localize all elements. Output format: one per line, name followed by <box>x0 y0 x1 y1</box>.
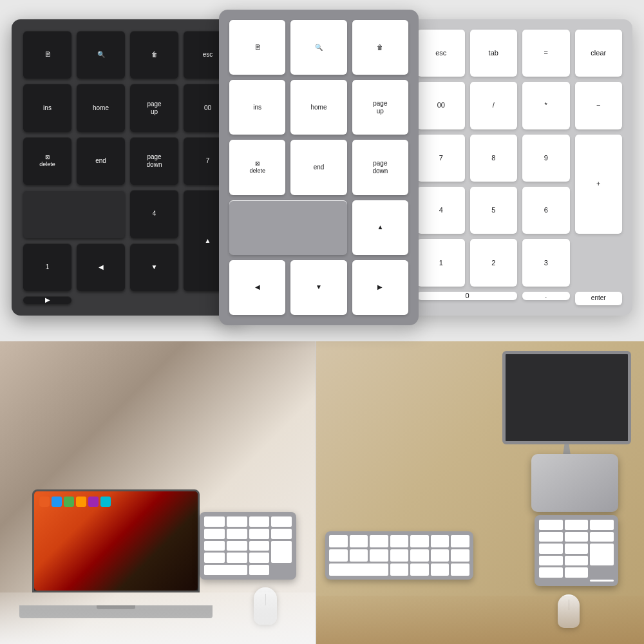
key-white-equals[interactable]: = <box>522 30 570 77</box>
key-white-plus[interactable]: + <box>575 135 623 234</box>
key-white-1[interactable]: 1 <box>417 239 465 286</box>
key-silver-search[interactable]: 🔍 <box>290 20 346 75</box>
keyboard-silver: 🖹 🔍 🗑 ins home pageup ⊠delete end pagedo… <box>219 10 419 325</box>
key-dark-trash[interactable]: 🗑 <box>130 31 178 79</box>
key-white-decimal[interactable]: . <box>522 292 570 300</box>
key-white-esc[interactable]: esc <box>417 30 465 77</box>
photo-imac-desk <box>316 341 644 644</box>
key-silver-empty[interactable] <box>229 200 347 255</box>
apple-keyboard-photo <box>325 531 473 580</box>
key-silver-end[interactable]: end <box>290 140 346 194</box>
key-white-2[interactable]: 2 <box>470 239 518 286</box>
key-silver-doc[interactable]: 🖹 <box>229 20 285 75</box>
key-silver-down[interactable]: ▼ <box>290 260 346 315</box>
product-display-section: 🖹 🔍 🗑 esc ins home pageup 00 ⊠delete end… <box>0 0 644 341</box>
key-white-9[interactable]: 9 <box>522 135 570 182</box>
keyboard-dark: 🖹 🔍 🗑 esc ins home pageup 00 ⊠delete end… <box>12 19 243 316</box>
key-dark-delete[interactable]: ⊠delete <box>23 137 71 185</box>
key-silver-ins[interactable]: ins <box>229 80 285 135</box>
photo-macbook-desk <box>0 341 316 644</box>
vertical-divider <box>316 341 316 644</box>
key-dark-left[interactable]: ◀ <box>77 243 125 291</box>
key-white-clear[interactable]: clear <box>575 30 623 77</box>
desk-surface-left <box>0 592 316 644</box>
mini-keyboard-photo-right <box>535 515 618 586</box>
key-dark-home[interactable]: home <box>77 84 125 131</box>
key-dark-empty1[interactable] <box>23 190 125 238</box>
key-white-multiply[interactable]: * <box>522 82 570 129</box>
key-white-tab[interactable]: tab <box>470 30 518 77</box>
key-white-3[interactable]: 3 <box>522 239 570 286</box>
key-dark-end[interactable]: end <box>77 137 125 185</box>
photo-section <box>0 341 644 644</box>
key-white-divide[interactable]: / <box>470 82 518 129</box>
key-silver-left[interactable]: ◀ <box>229 260 285 315</box>
key-white-4[interactable]: 4 <box>417 187 465 234</box>
mini-keyboard-photo-left <box>200 512 296 580</box>
key-silver-pagedown[interactable]: pagedown <box>352 140 408 194</box>
key-white-8[interactable]: 8 <box>470 135 518 182</box>
key-silver-pageup[interactable]: pageup <box>352 80 408 135</box>
key-silver-delete[interactable]: ⊠delete <box>229 140 285 194</box>
key-dark-pagedown[interactable]: pagedown <box>130 137 178 185</box>
trackpad-photo <box>531 454 618 512</box>
key-dark-1[interactable]: 1 <box>23 243 71 291</box>
key-white-enter[interactable]: enter <box>575 292 623 305</box>
key-silver-up[interactable]: ▲ <box>352 200 408 255</box>
key-white-0[interactable]: 0 <box>417 292 517 300</box>
key-silver-home[interactable]: home <box>290 80 346 135</box>
key-white-6[interactable]: 6 <box>522 187 570 234</box>
key-white-5[interactable]: 5 <box>470 187 518 234</box>
key-white-minus[interactable]: − <box>575 82 623 129</box>
key-dark-pageup[interactable]: pageup <box>130 84 178 131</box>
keyboard-white: esc tab = clear 00 / * − 7 8 9 + 4 5 6 1… <box>407 19 632 316</box>
key-dark-ins[interactable]: ins <box>23 84 71 131</box>
key-dark-down[interactable]: ▼ <box>130 243 178 291</box>
key-silver-trash[interactable]: 🗑 <box>352 20 408 75</box>
key-dark-4[interactable]: 4 <box>130 190 178 238</box>
key-dark-doc[interactable]: 🖹 <box>23 31 71 79</box>
key-white-00[interactable]: 00 <box>417 82 465 129</box>
key-dark-search[interactable]: 🔍 <box>77 31 125 79</box>
desk-surface-right <box>316 596 644 644</box>
key-dark-right[interactable]: ▶ <box>23 296 71 304</box>
key-white-7[interactable]: 7 <box>417 135 465 182</box>
key-silver-right[interactable]: ▶ <box>352 260 408 315</box>
